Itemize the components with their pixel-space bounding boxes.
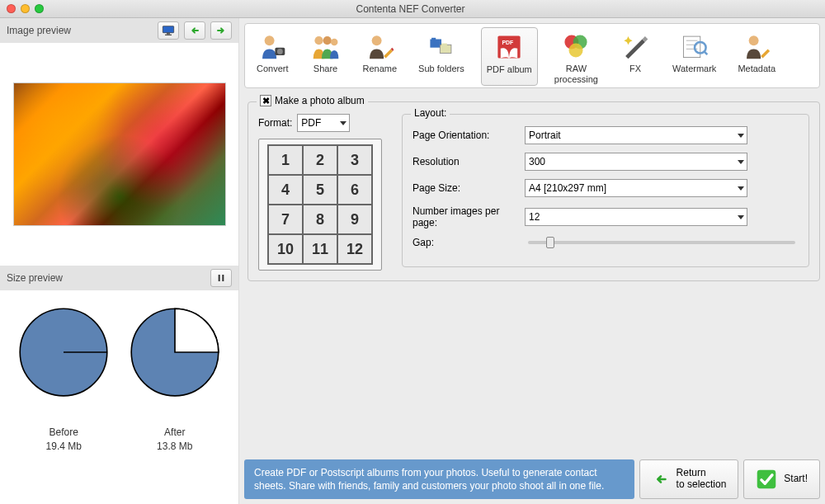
raw-icon — [560, 31, 592, 62]
svg-point-30 — [749, 35, 759, 45]
svg-point-8 — [265, 35, 275, 45]
svg-point-14 — [372, 35, 382, 45]
format-column: Format: PDF 123 456 789 101112 — [258, 114, 390, 271]
orientation-select[interactable]: Portrait — [525, 126, 747, 144]
right-panel: Convert Share Rename Sub folders — [239, 18, 825, 504]
svg-rect-1 — [167, 33, 170, 35]
layout-legend: Layout: — [411, 107, 450, 119]
grid-cell: 8 — [303, 205, 337, 234]
return-label: Return to selection — [676, 468, 727, 491]
grid-cell: 10 — [268, 234, 303, 264]
orientation-label: Page Orientation: — [412, 130, 525, 141]
convert-icon — [257, 31, 288, 62]
left-panel: Image preview Size preview — [0, 18, 239, 504]
check-icon — [756, 469, 777, 490]
pie-before: Before 19.4 Mb — [18, 307, 109, 454]
start-button[interactable]: Start! — [743, 459, 820, 499]
grid-cell: 9 — [337, 205, 372, 234]
pause-icon — [214, 272, 228, 284]
arrow-right-icon — [214, 25, 228, 36]
format-select[interactable]: PDF — [297, 114, 350, 132]
svg-text:PDF: PDF — [502, 40, 514, 45]
grid-cell: 5 — [303, 175, 337, 205]
svg-rect-24 — [683, 36, 700, 58]
resolution-select[interactable]: 300 — [525, 153, 747, 171]
pie-before-label: Before 19.4 Mb — [18, 426, 109, 454]
grid-cell: 3 — [337, 145, 372, 175]
start-label: Start! — [784, 473, 808, 485]
arrow-left-icon — [652, 472, 670, 487]
tool-subfolders[interactable]: Sub folders — [413, 27, 469, 86]
gap-label: Gap: — [412, 237, 525, 248]
return-button[interactable]: Return to selection — [639, 459, 739, 499]
grid-cell: 6 — [337, 175, 372, 205]
info-banner: Create PDF or Postscript albums from you… — [244, 459, 634, 499]
svg-point-10 — [277, 49, 283, 54]
gap-slider[interactable] — [528, 241, 795, 244]
tool-convert[interactable]: Convert — [252, 27, 294, 86]
svg-point-13 — [330, 39, 337, 46]
svg-point-23 — [569, 44, 583, 58]
grid-cell: 12 — [337, 234, 372, 264]
gap-slider-thumb[interactable] — [546, 237, 554, 248]
svg-point-12 — [323, 36, 331, 45]
resolution-label: Resolution — [412, 156, 525, 167]
preview-next-button[interactable] — [210, 21, 232, 40]
grid-cell: 11 — [303, 234, 337, 264]
tool-pdf-album[interactable]: PDF PDF album — [481, 27, 538, 86]
imgperpage-select[interactable]: 12 — [525, 208, 747, 226]
tool-raw-processing[interactable]: RAW processing — [549, 27, 603, 86]
svg-rect-17 — [440, 45, 451, 53]
grid-cell: 2 — [303, 145, 337, 175]
album-checkbox-label: Make a photo album — [275, 95, 365, 106]
image-preview-header: Image preview — [0, 18, 238, 43]
main-toolbar: Convert Share Rename Sub folders — [244, 23, 820, 88]
svg-rect-0 — [163, 26, 173, 33]
config-area: ✖ Make a photo album Format: PDF — [244, 93, 820, 455]
layout-grid-preview: 123 456 789 101112 — [258, 139, 382, 271]
share-icon — [310, 31, 342, 62]
size-charts: Before 19.4 Mb After 13.8 Mb — [0, 290, 238, 462]
metadata-icon — [741, 31, 772, 62]
svg-point-11 — [314, 36, 323, 45]
svg-line-29 — [704, 51, 707, 54]
layout-fieldset: Layout: Page Orientation: Portrait Resol… — [402, 114, 809, 267]
pie-after: After 13.8 Mb — [130, 307, 220, 454]
pie-before-chart — [18, 307, 109, 398]
watermark-icon — [679, 31, 710, 62]
fx-icon — [620, 31, 651, 62]
tool-metadata[interactable]: Metadata — [733, 27, 780, 86]
album-checkbox[interactable]: ✖ — [260, 95, 271, 106]
preview-prev-button[interactable] — [184, 21, 205, 40]
monitor-icon — [162, 25, 175, 36]
footer: Create PDF or Postscript albums from you… — [244, 459, 820, 499]
close-icon[interactable] — [7, 4, 16, 13]
tool-fx[interactable]: FX — [615, 27, 656, 86]
tool-rename[interactable]: Rename — [358, 27, 403, 86]
preview-monitor-button[interactable] — [158, 21, 179, 40]
subfolders-icon — [426, 31, 457, 62]
svg-rect-16 — [431, 38, 436, 40]
tool-share[interactable]: Share — [305, 27, 346, 86]
zoom-icon[interactable] — [35, 4, 44, 13]
pie-after-chart — [130, 307, 220, 398]
grid-cell: 7 — [268, 205, 303, 234]
minimize-icon[interactable] — [21, 4, 30, 13]
pie-after-label: After 13.8 Mb — [130, 426, 220, 454]
size-preview-label: Size preview — [7, 272, 63, 284]
svg-rect-31 — [757, 470, 776, 489]
size-pause-button[interactable] — [210, 269, 232, 287]
svg-rect-2 — [165, 35, 172, 35]
pagesize-select[interactable]: A4 [210x297 mm] — [525, 179, 747, 197]
imgperpage-label: Number images per page: — [412, 205, 525, 228]
pagesize-label: Page Size: — [412, 182, 525, 194]
preview-image — [13, 82, 226, 226]
window-title: Contenta NEF Converter — [44, 3, 777, 15]
arrow-left-icon — [188, 25, 201, 36]
grid-cell: 4 — [268, 175, 303, 205]
svg-rect-3 — [219, 275, 220, 281]
image-preview-label: Image preview — [7, 25, 71, 36]
grid-cell: 1 — [268, 145, 303, 175]
pdf-album-icon: PDF — [493, 31, 525, 63]
tool-watermark[interactable]: Watermark — [667, 27, 721, 86]
